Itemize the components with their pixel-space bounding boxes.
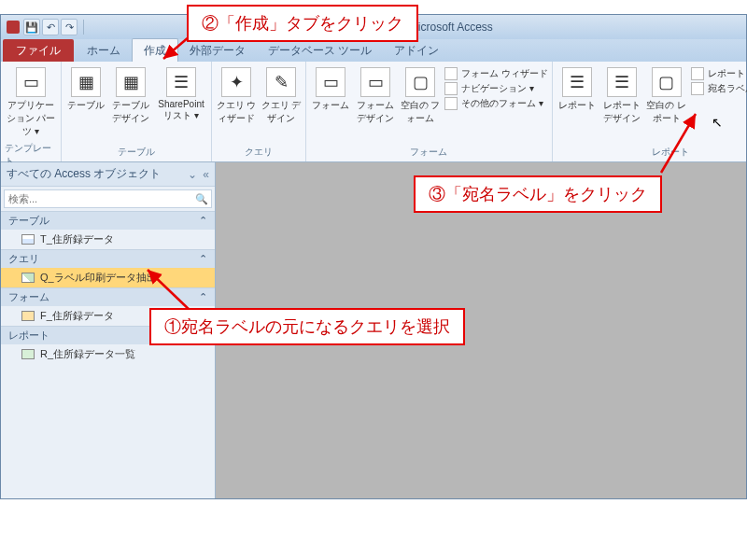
table-button[interactable]: ▦テーブル [65,65,106,114]
group-label: フォーム [410,144,447,161]
report-design-icon: ☰ [607,67,637,97]
query-wizard-button[interactable]: ✦クエリ ウィザード [216,65,257,127]
nav-pane-title: すべての Access オブジェクト [7,166,161,182]
qat-divider [83,20,84,35]
svg-line-2 [148,270,191,312]
form-design-icon: ▭ [360,67,390,97]
label: T_住所録データ [40,232,114,246]
form-icon: ▭ [316,67,345,97]
blank-form-icon: ▢ [405,67,435,97]
label: フォーム [312,99,349,112]
tab-addins[interactable]: アドイン [383,39,450,62]
label: テーブル [67,99,105,112]
query-wizard-icon: ✦ [221,67,251,97]
callout-step3: ③「宛名ラベル」をクリック [414,175,662,213]
chevron-icon: ⌃ [199,215,207,227]
blank-form-button[interactable]: ▢空白の フォーム [400,65,441,127]
label: クエリ デザイン [261,99,302,125]
redo-icon: ↷ [65,21,74,34]
form-button[interactable]: ▭フォーム [310,65,351,114]
more-forms-icon [444,97,458,110]
label: フォーム ウィザード [461,67,548,80]
navigation-icon [444,82,458,95]
application-parts-icon: ▭ [16,67,46,97]
report-wizard-button[interactable]: レポート ウィザー [691,67,747,80]
label: レポート [8,329,49,343]
arrow-step3 [654,109,700,186]
label: フォーム [8,290,49,304]
nav-item-report[interactable]: R_住所録データ一覧 [1,344,215,364]
collapse-icon[interactable]: « [203,168,209,181]
ribbon-tab-strip: ファイル ホーム 作成 外部データ データベース ツール アドイン [1,39,746,62]
qat-undo-button[interactable]: ↶ [42,19,59,35]
label: レポート ウィザー [708,67,747,80]
report-button[interactable]: ☰レポート [557,65,598,114]
ribbon: ▭ アプリケーション パーツ ▾ テンプレート ▦テーブル ▦テーブル デザイン… [1,62,746,162]
ribbon-group-queries: ✦クエリ ウィザード ✎クエリ デザイン クエリ [212,62,306,161]
table-object-icon [21,234,35,245]
chevron-icon: ⌃ [199,253,207,265]
callout-step2: ②「作成」タブをクリック [187,5,418,42]
nav-category-tables[interactable]: テーブル⌃ [1,211,215,230]
blank-report-icon: ▢ [652,67,682,97]
query-design-button[interactable]: ✎クエリ デザイン [261,65,302,127]
qat-redo-button[interactable]: ↷ [61,19,78,35]
report-design-button[interactable]: ☰レポート デザイン [601,65,642,127]
ribbon-group-forms: ▭フォーム ▭フォーム デザイン ▢空白の フォーム フォーム ウィザード ナビ… [306,62,553,161]
search-icon: 🔍 [192,190,211,207]
access-app-icon [7,21,20,34]
cursor-icon: ↖ [712,115,723,130]
undo-icon: ↶ [47,21,55,34]
form-wizard-icon [444,67,458,80]
table-design-icon: ▦ [116,67,146,97]
label: R_住所録データ一覧 [40,347,135,361]
ribbon-group-templates: ▭ アプリケーション パーツ ▾ テンプレート [1,62,62,161]
tab-home[interactable]: ホーム [76,39,132,62]
label: クエリ ウィザード [216,99,257,125]
report-wizard-icon [691,67,704,80]
svg-line-1 [661,114,696,173]
label: アプリケーション パーツ ▾ [5,99,57,138]
group-label: クエリ [245,144,273,161]
form-wizard-button[interactable]: フォーム ウィザード [444,67,548,80]
tab-database-tools[interactable]: データベース ツール [257,39,383,62]
query-design-icon: ✎ [266,67,296,97]
form-design-button[interactable]: ▭フォーム デザイン [355,65,396,127]
forms-more-list: フォーム ウィザード ナビゲーション ▾ その他のフォーム ▾ [444,65,548,110]
label: テーブル [8,214,49,228]
label: クエリ [8,252,39,266]
qat-save-button[interactable]: 💾 [23,19,40,35]
label: 空白の フォーム [400,99,441,125]
app-window: 💾 ↶ ↷ 2007 - 2010) - Microsoft Access ファ… [0,14,747,499]
search-input[interactable] [5,190,192,207]
reports-more-list: レポート ウィザー 宛名ラベル [691,65,747,95]
label: 宛名ラベル [708,82,747,95]
tab-file[interactable]: ファイル [3,39,74,62]
table-design-button[interactable]: ▦テーブル デザイン [110,65,151,127]
labels-icon [691,82,704,95]
label: Q_ラベル印刷データ抽出 [40,271,157,285]
chevron-down-icon: ⌄ [188,168,197,181]
label: レポート デザイン [601,99,642,125]
more-forms-button[interactable]: その他のフォーム ▾ [444,97,548,110]
form-object-icon [21,311,35,321]
ribbon-group-reports: ☰レポート ☰レポート デザイン ▢空白の レポート レポート ウィザー 宛名ラ… [553,62,747,161]
label: SharePoint リスト ▾ [155,99,207,122]
label: F_住所録データ [40,309,114,323]
nav-search-box[interactable]: 🔍 [4,189,212,208]
nav-pane-header[interactable]: すべての Access オブジェクト ⌄ « [1,162,215,187]
application-parts-button[interactable]: ▭ アプリケーション パーツ ▾ [5,65,57,140]
report-object-icon [21,349,35,359]
save-icon: 💾 [25,21,38,34]
label: フォーム デザイン [355,99,396,125]
table-icon: ▦ [71,67,101,97]
nav-item-table[interactable]: T_住所録データ [1,230,215,249]
labels-button[interactable]: 宛名ラベル [691,82,747,95]
navigation-button[interactable]: ナビゲーション ▾ [444,82,548,95]
label: ナビゲーション ▾ [461,82,534,95]
label: テーブル デザイン [110,99,151,125]
label: レポート [558,99,596,112]
query-object-icon [21,273,35,283]
report-icon: ☰ [562,67,592,97]
label: その他のフォーム ▾ [461,97,543,110]
